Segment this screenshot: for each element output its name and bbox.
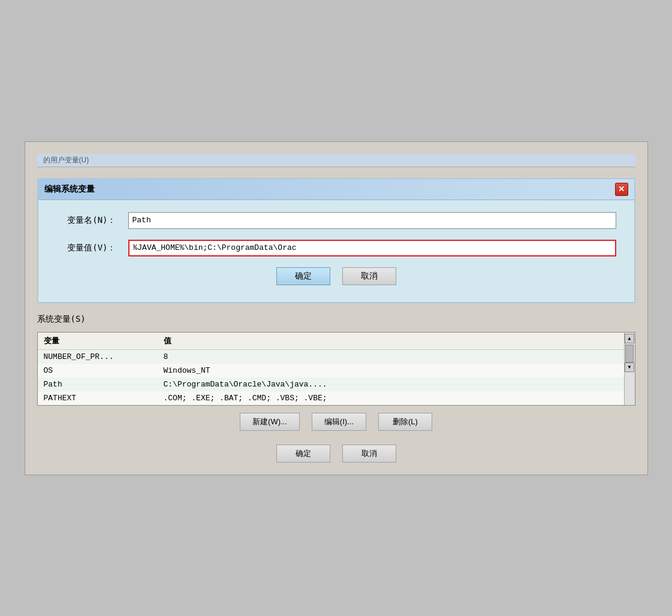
top-bar-text: 的用户变量(U): [43, 155, 89, 165]
scroll-thumb[interactable]: [625, 345, 634, 363]
table-row[interactable]: PATHEXT.COM; .EXE; .BAT; .CMD; .VBS; .VB…: [38, 391, 624, 405]
scroll-down-button[interactable]: ▼: [625, 363, 634, 372]
col-header-var: 变量: [38, 333, 158, 350]
dialog-title: 编辑系统变量: [44, 184, 95, 195]
table-cell-var: NUMBER_OF_PR...: [38, 349, 158, 364]
new-button[interactable]: 新建(W)...: [240, 413, 300, 431]
table-row[interactable]: OSWindows_NT: [38, 364, 624, 378]
sys-vars-title: 系统变量(S): [37, 314, 635, 325]
close-button[interactable]: ✕: [615, 183, 628, 196]
edit-button[interactable]: 编辑(I)...: [312, 413, 366, 431]
section-buttons: 新建(W)... 编辑(I)... 删除(L): [37, 413, 635, 431]
col-header-val: 值: [158, 333, 624, 350]
var-value-row: 变量值(V)：: [56, 240, 616, 256]
dialog-buttons: 确定 取消: [56, 267, 616, 290]
table-cell-var: Path: [38, 378, 158, 391]
delete-button[interactable]: 删除(L): [378, 413, 432, 431]
bottom-ok-button[interactable]: 确定: [276, 445, 330, 463]
var-name-row: 变量名(N)：: [56, 212, 616, 229]
var-name-input[interactable]: [128, 212, 616, 229]
bottom-cancel-button[interactable]: 取消: [342, 445, 396, 463]
var-name-label: 变量名(N)：: [56, 215, 116, 226]
table-row[interactable]: PathC:\ProgramData\Oracle\Java\java....: [38, 378, 624, 391]
table-cell-val: Windows_NT: [158, 364, 624, 378]
dialog-cancel-button[interactable]: 取消: [342, 267, 396, 285]
scrollbar: ▲ ▼: [624, 333, 635, 405]
bottom-buttons: 确定 取消: [37, 445, 635, 463]
sys-vars-section: 系统变量(S) 变量 值 NUMBER_OF_PR...8OSWindows_N…: [37, 314, 635, 431]
scroll-up-button[interactable]: ▲: [625, 334, 634, 343]
var-value-label: 变量值(V)：: [56, 243, 116, 253]
table-cell-val: .COM; .EXE; .BAT; .CMD; .VBS; .VBE;: [158, 391, 624, 405]
table-cell-val: C:\ProgramData\Oracle\Java\java....: [158, 378, 624, 391]
dialog-ok-button[interactable]: 确定: [276, 267, 330, 285]
dialog-body: 变量名(N)： 变量值(V)： 确定 取消: [38, 200, 634, 302]
vars-table-body: NUMBER_OF_PR...8OSWindows_NTPathC:\Progr…: [38, 349, 624, 405]
edit-dialog: 编辑系统变量 ✕ 变量名(N)： 变量值(V)： 确定 取消: [37, 178, 635, 303]
dialog-titlebar: 编辑系统变量 ✕: [38, 179, 634, 200]
table-header-row: 变量 值: [38, 333, 624, 350]
table-cell-var: OS: [38, 364, 158, 378]
main-container: 的用户变量(U) 编辑系统变量 ✕ 变量名(N)： 变量值(V)： 确定 取消 …: [25, 141, 648, 475]
vars-table: 变量 值 NUMBER_OF_PR...8OSWindows_NTPathC:\…: [38, 333, 624, 405]
vars-table-wrapper: 变量 值 NUMBER_OF_PR...8OSWindows_NTPathC:\…: [37, 332, 635, 406]
var-value-input[interactable]: [128, 240, 616, 256]
table-cell-var: PATHEXT: [38, 391, 158, 405]
table-cell-val: 8: [158, 349, 624, 364]
table-row[interactable]: NUMBER_OF_PR...8: [38, 349, 624, 364]
top-bar: 的用户变量(U): [37, 154, 635, 167]
